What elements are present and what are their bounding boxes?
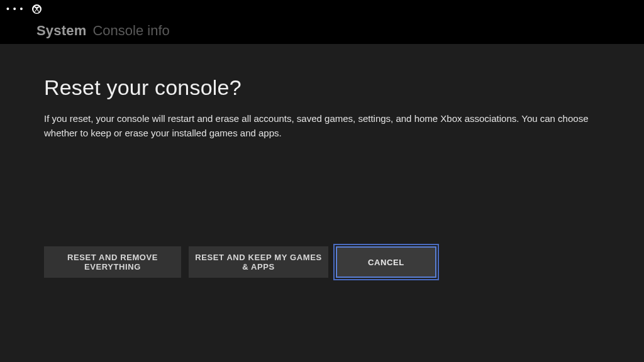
cancel-button[interactable]: CANCEL [336,246,436,278]
xbox-logo-icon [32,4,42,14]
more-icon[interactable]: • • • [6,4,23,13]
top-bar: • • • [0,0,644,18]
reset-keep-button[interactable]: RESET AND KEEP MY GAMES & APPS [189,246,328,278]
page-title: Reset your console? [44,75,600,100]
breadcrumb: System Console info [0,18,644,44]
breadcrumb-current: Console info [92,23,169,39]
main-panel: Reset your console? If you reset, your c… [0,44,644,362]
reset-remove-button[interactable]: RESET AND REMOVE EVERYTHING [44,246,181,278]
breadcrumb-root: System [36,23,86,39]
page-description: If you reset, your console will restart … [44,111,597,141]
button-row: RESET AND REMOVE EVERYTHING RESET AND KE… [44,246,436,278]
